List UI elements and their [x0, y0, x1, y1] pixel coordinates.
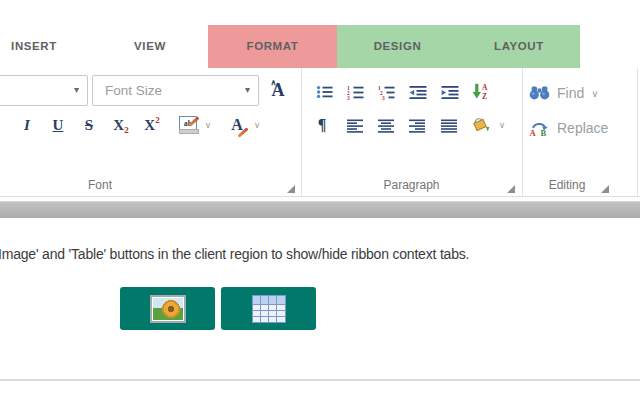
italic-button[interactable]: I [14, 112, 40, 138]
svg-text:Z: Z [482, 92, 487, 100]
decrease-indent-button[interactable] [408, 80, 427, 104]
strikethrough-icon: S [85, 118, 93, 133]
justify-button[interactable] [440, 116, 458, 136]
table-icon [252, 295, 286, 323]
paragraph-group-label: Paragraph [301, 177, 522, 193]
combo-dropdown-arrow-icon[interactable]: ▾ [245, 76, 250, 103]
app-window: INSERT VIEW FORMAT DESIGN LAYOUT ▾ ▾ A ∧… [0, 0, 640, 400]
underline-icon: U [53, 118, 64, 133]
svg-text:3: 3 [347, 95, 350, 100]
paragraph-marks-button[interactable]: ¶ [313, 112, 331, 138]
find-label: Find [557, 85, 584, 101]
tab-insert[interactable]: INSERT [0, 25, 94, 68]
align-left-icon [347, 119, 364, 133]
editing-dialog-launcher[interactable] [601, 185, 609, 193]
binoculars-icon [529, 86, 550, 100]
multilevel-list-icon: 1 2 3 [378, 85, 395, 100]
bullet-list-button[interactable] [315, 80, 333, 104]
image-icon-picture [153, 298, 183, 320]
sort-icon: A Z [472, 83, 489, 100]
align-center-icon [378, 119, 395, 133]
increase-indent-icon [441, 85, 459, 99]
chevron-down-icon: ∨ [254, 120, 261, 130]
highlight-color-bar [179, 129, 199, 134]
superscript-icon: X [144, 118, 155, 133]
svg-text:A: A [530, 128, 537, 137]
tab-format[interactable]: FORMAT [208, 25, 337, 68]
subscript-button[interactable]: X 2 [108, 112, 134, 138]
ribbon-right-border [637, 68, 638, 197]
font-color-dropdown[interactable]: ∨ [250, 112, 264, 138]
replace-label: Replace [557, 120, 608, 136]
bullet-list-icon [316, 85, 333, 99]
client-region-divider [0, 379, 640, 381]
svg-text:3: 3 [382, 95, 385, 100]
italic-icon: I [24, 118, 30, 133]
pilcrow-icon: ¶ [318, 117, 327, 133]
font-size-input[interactable] [103, 76, 223, 105]
chevron-down-icon: ∨ [499, 120, 506, 130]
font-group-label: Font [0, 177, 200, 193]
font-name-input[interactable] [0, 76, 63, 105]
paragraph-dialog-launcher[interactable] [507, 185, 515, 193]
shading-button[interactable] [471, 114, 490, 136]
table-button[interactable] [221, 287, 316, 330]
font-dialog-launcher[interactable] [287, 185, 295, 193]
image-icon [150, 295, 186, 323]
numbered-list-icon: 1 2 3 [347, 85, 364, 100]
shading-icon [471, 117, 490, 133]
chevron-down-icon: ∨ [205, 120, 212, 130]
find-button[interactable]: Find ∨ [529, 81, 599, 105]
tab-layout[interactable]: LAYOUT [458, 25, 580, 68]
grow-font-button[interactable]: A ∧ [263, 77, 293, 103]
sort-button[interactable]: A Z [471, 78, 489, 104]
multilevel-list-button[interactable]: 1 2 3 [377, 80, 395, 104]
replace-button[interactable]: A B Replace [529, 116, 608, 140]
decrease-indent-icon [409, 85, 427, 99]
tab-view[interactable]: VIEW [90, 25, 210, 68]
chevron-down-icon[interactable]: ∨ [591, 88, 598, 99]
align-left-button[interactable] [346, 116, 364, 136]
underline-button[interactable]: U [45, 112, 71, 138]
superscript-digit: 2 [155, 116, 160, 125]
combo-dropdown-arrow-icon[interactable]: ▾ [74, 76, 79, 103]
tab-design[interactable]: DESIGN [337, 25, 458, 68]
align-right-button[interactable] [408, 116, 426, 136]
svg-text:B: B [541, 128, 547, 137]
svg-text:A: A [482, 83, 488, 92]
highlight-color-dropdown[interactable]: ∨ [201, 112, 215, 138]
font-color-button[interactable]: A [224, 112, 250, 138]
highlight-color-icon: ab [179, 116, 197, 130]
editing-group-label: Editing [522, 177, 612, 193]
increase-indent-button[interactable] [440, 80, 459, 104]
subscript-icon: X [113, 118, 124, 133]
align-right-icon [409, 119, 426, 133]
align-center-button[interactable] [377, 116, 395, 136]
ribbon-bottom-border [0, 196, 640, 197]
sunflower-graphic [162, 300, 180, 318]
highlight-color-button[interactable]: ab [176, 110, 200, 136]
numbered-list-button[interactable]: 1 2 3 [346, 80, 364, 104]
shading-dropdown[interactable]: ∨ [495, 112, 509, 138]
font-size-combo[interactable]: ▾ [92, 75, 259, 106]
grow-font-caret-icon: ∧ [271, 78, 277, 87]
replace-icon: A B [529, 120, 550, 137]
instruction-text: Image' and 'Table' buttons in the client… [0, 246, 469, 262]
superscript-button[interactable]: X 2 [139, 112, 165, 138]
strikethrough-button[interactable]: S [76, 112, 102, 138]
scroll-bar[interactable] [0, 201, 640, 218]
justify-icon [441, 119, 458, 133]
font-name-combo[interactable]: ▾ [0, 75, 88, 106]
image-button[interactable] [120, 287, 215, 330]
subscript-digit: 2 [124, 126, 129, 135]
